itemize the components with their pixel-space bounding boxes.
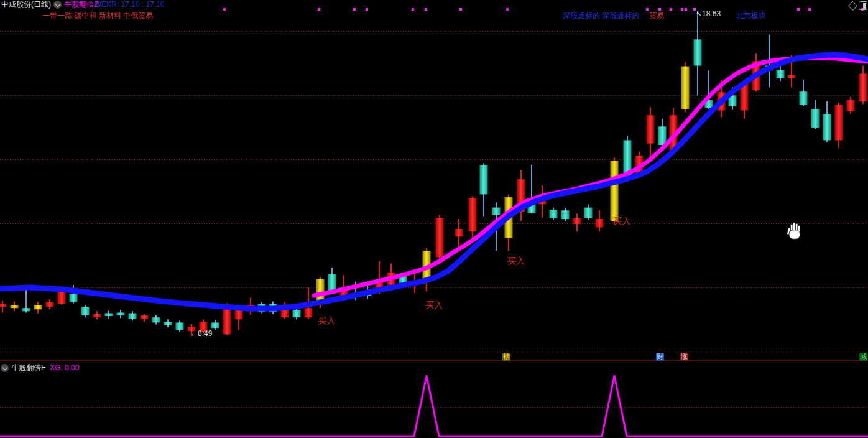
candle bbox=[823, 101, 831, 142]
candle bbox=[22, 288, 30, 312]
candle-body bbox=[859, 73, 867, 101]
candle-body bbox=[0, 304, 7, 307]
stock-title: 中成股份(日线) bbox=[1, 1, 51, 9]
concept-tags[interactable]: 一带一路 碳中和 新材料 中俄贸易 bbox=[42, 12, 153, 20]
candle bbox=[152, 315, 160, 324]
candle bbox=[561, 208, 570, 221]
tag-shengutong[interactable]: 深股通标的 深股通标的 bbox=[563, 12, 639, 20]
marker-dot bbox=[223, 8, 226, 11]
hand-cursor bbox=[786, 221, 803, 241]
candle-body bbox=[550, 210, 558, 218]
candle-body bbox=[164, 322, 172, 325]
candle bbox=[141, 314, 149, 322]
candle bbox=[93, 311, 101, 319]
candle-body bbox=[811, 110, 820, 128]
candle bbox=[800, 80, 808, 106]
candle-body bbox=[561, 210, 570, 219]
candle-body bbox=[70, 294, 78, 302]
candle-body bbox=[835, 105, 843, 140]
candle-body bbox=[823, 114, 831, 140]
event-badge[interactable]: 财 bbox=[656, 353, 664, 361]
chevron-down-icon[interactable] bbox=[53, 1, 62, 9]
candle-body bbox=[281, 309, 289, 317]
candle-body bbox=[152, 317, 160, 322]
candle-body bbox=[105, 313, 113, 316]
candle-body bbox=[328, 274, 336, 291]
candle-body bbox=[681, 67, 690, 110]
candle bbox=[681, 62, 690, 112]
candle-body bbox=[141, 315, 149, 319]
candle bbox=[550, 208, 558, 220]
moving-averages bbox=[0, 55, 868, 309]
candle bbox=[105, 310, 113, 319]
event-badge[interactable]: 涨 bbox=[680, 353, 688, 361]
candle bbox=[164, 319, 172, 327]
candle bbox=[584, 204, 593, 220]
high-price-annotation: ↖18.63 bbox=[696, 9, 721, 18]
signal-spike-line bbox=[0, 376, 868, 436]
buy-signal-label: 买入 bbox=[318, 315, 335, 325]
candle-body bbox=[469, 198, 477, 231]
marker-dot bbox=[353, 8, 356, 11]
candle-body bbox=[694, 39, 702, 65]
candle bbox=[129, 311, 137, 320]
candle-body bbox=[788, 75, 796, 78]
subpanel-indicator-label[interactable]: 牛股翻倍F bbox=[11, 364, 45, 372]
candle-body bbox=[584, 208, 593, 218]
main-chart[interactable]: 买入买入买入买入←8.49↖18.63 bbox=[0, 0, 868, 361]
candle-body bbox=[777, 70, 785, 78]
event-badge[interactable]: 减 bbox=[859, 353, 867, 361]
candle bbox=[34, 302, 42, 313]
marker-dot bbox=[318, 8, 320, 11]
candle bbox=[469, 197, 477, 242]
buy-signal-label: 买入 bbox=[425, 300, 443, 310]
low-price-annotation: ←8.49 bbox=[190, 329, 213, 338]
marker-dot bbox=[459, 8, 462, 11]
candle bbox=[176, 320, 184, 332]
candle bbox=[0, 301, 7, 312]
candles bbox=[0, 11, 867, 336]
main-indicator-label[interactable]: 牛股翻倍Z bbox=[64, 1, 98, 9]
candle bbox=[694, 11, 702, 95]
candle-body bbox=[93, 314, 101, 317]
candle-body bbox=[293, 310, 301, 317]
event-badge[interactable]: 榜 bbox=[502, 353, 510, 361]
candle bbox=[705, 70, 713, 109]
candle-body bbox=[176, 322, 184, 330]
app-window: 买入买入买入买入←8.49↖18.63 中成股份(日线) 牛股翻倍Z WEKR:… bbox=[0, 0, 868, 438]
marker-dot bbox=[506, 8, 509, 11]
candle bbox=[596, 210, 604, 231]
candle bbox=[859, 66, 867, 105]
candle-body bbox=[647, 115, 655, 143]
marker-dot bbox=[425, 8, 427, 11]
candle bbox=[573, 213, 581, 231]
panel-toggle-icon[interactable] bbox=[859, 1, 867, 10]
candle-body bbox=[211, 322, 219, 328]
candle-body bbox=[34, 305, 42, 309]
candle-body bbox=[436, 218, 444, 258]
candle bbox=[11, 301, 19, 311]
candle-body bbox=[480, 165, 488, 194]
candle-body bbox=[46, 302, 54, 307]
candle-body bbox=[235, 309, 243, 319]
candle-body bbox=[223, 309, 231, 334]
candle-body bbox=[573, 218, 581, 225]
marker-dot bbox=[366, 8, 368, 11]
candle bbox=[505, 194, 513, 251]
candle bbox=[117, 310, 125, 318]
marker-dot bbox=[808, 8, 811, 11]
subpanel-chevron-down-icon[interactable] bbox=[1, 364, 9, 372]
signal-subpanel-chart[interactable] bbox=[0, 361, 868, 438]
candle-body bbox=[658, 126, 667, 145]
tag-trade[interactable]: 贸易 bbox=[649, 12, 664, 20]
ma-line-slow bbox=[0, 55, 868, 309]
candle bbox=[436, 215, 444, 260]
candle-body bbox=[129, 313, 137, 319]
tag-beijing-board[interactable]: 北京板块 bbox=[736, 12, 766, 20]
candle bbox=[611, 157, 619, 224]
candle-body bbox=[22, 308, 30, 311]
candle-body bbox=[492, 208, 501, 215]
candle bbox=[835, 103, 843, 148]
marker-dot bbox=[646, 8, 649, 11]
candle bbox=[46, 299, 54, 309]
